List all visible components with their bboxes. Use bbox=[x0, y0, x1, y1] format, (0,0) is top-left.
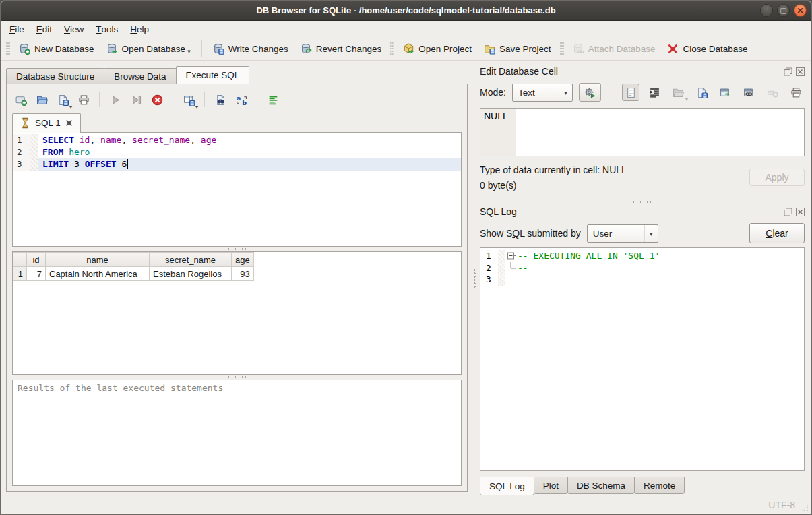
line-number: 2 bbox=[480, 262, 498, 274]
menu-tools[interactable]: Tools bbox=[90, 21, 124, 37]
close-dock-button[interactable] bbox=[795, 67, 805, 76]
column-header-age[interactable]: age bbox=[232, 253, 254, 267]
toolbar-handle[interactable] bbox=[6, 41, 10, 56]
code-text: SELECT id, name, secret_name, age bbox=[38, 134, 461, 146]
tab-database-structure[interactable]: Database Structure bbox=[6, 68, 104, 84]
cell-value-editor[interactable]: NULL bbox=[480, 108, 805, 156]
chevron-down-icon: ▾ bbox=[685, 96, 688, 102]
menu-edit[interactable]: Edit bbox=[30, 21, 58, 37]
log-line: 1-- EXECUTING ALL IN 'SQL 1' bbox=[480, 250, 804, 262]
stop-icon bbox=[152, 94, 163, 106]
splitter-main-vertical[interactable] bbox=[472, 61, 477, 495]
toolbar-handle[interactable] bbox=[560, 41, 564, 56]
apply-button[interactable]: Apply bbox=[749, 169, 805, 186]
tab-plot[interactable]: Plot bbox=[534, 477, 568, 494]
save-sql-file-button[interactable]: ▾ bbox=[54, 91, 71, 109]
replace-button[interactable]: ab bbox=[232, 91, 250, 109]
mode-value: Text bbox=[518, 88, 535, 98]
titlebar[interactable]: DB Browser for SQLite - /home/user/code/… bbox=[1, 1, 811, 21]
find-button[interactable] bbox=[212, 91, 229, 109]
open-sql-file-button[interactable] bbox=[33, 91, 51, 109]
minimize-button[interactable]: — bbox=[760, 4, 773, 17]
sql-log-filter-label: Show SQL submitted by bbox=[480, 228, 581, 239]
cell-info-block: Type of data currently in cell: NULL 0 b… bbox=[480, 162, 805, 198]
column-header-secret-name[interactable]: secret_name bbox=[150, 253, 232, 267]
tab-remote[interactable]: Remote bbox=[634, 477, 685, 494]
sql-log-filter-select[interactable]: User ▾ bbox=[587, 224, 658, 243]
splitter-results-message[interactable] bbox=[12, 375, 462, 380]
text-view-button[interactable] bbox=[622, 84, 639, 101]
tab-browse-data[interactable]: Browse Data bbox=[104, 68, 176, 84]
tab-sql-1[interactable]: SQL 1 bbox=[12, 113, 81, 133]
word-wrap-button[interactable] bbox=[646, 84, 663, 101]
write-changes-button[interactable]: Write Changes bbox=[207, 40, 294, 58]
mode-select[interactable]: Text ▾ bbox=[512, 84, 573, 102]
fold-open-icon[interactable] bbox=[507, 250, 518, 262]
open-external-button[interactable] bbox=[716, 84, 734, 101]
cell[interactable]: 93 bbox=[232, 267, 254, 281]
float-dock-button[interactable] bbox=[783, 67, 792, 76]
print-icon bbox=[790, 87, 802, 98]
sql-log-view[interactable]: 1-- EXECUTING ALL IN 'SQL 1'2--3 bbox=[480, 247, 805, 471]
resize-grip[interactable] bbox=[801, 504, 809, 512]
toolbar-separator bbox=[99, 92, 100, 107]
execute-sql-page: ▾▾ab SQL 1 1SELECT id, name, secret_name… bbox=[6, 84, 468, 492]
tab-db-schema[interactable]: DB Schema bbox=[567, 477, 635, 494]
encoding-label: UTF-8 bbox=[768, 499, 795, 510]
column-header-id[interactable]: id bbox=[27, 253, 46, 267]
export-cell-button[interactable] bbox=[693, 84, 710, 101]
menu-help[interactable]: Help bbox=[124, 21, 155, 37]
line-number: 3 bbox=[480, 274, 498, 286]
splitter-docks[interactable] bbox=[480, 198, 805, 205]
close-database-icon bbox=[667, 43, 679, 55]
open-project-button[interactable]: Open Project bbox=[397, 40, 478, 58]
new-database-button[interactable]: New Database bbox=[13, 40, 100, 58]
save-file-icon bbox=[696, 87, 708, 98]
svg-text:a: a bbox=[237, 94, 241, 102]
close-tab-icon[interactable] bbox=[65, 119, 73, 127]
chevron-down-icon[interactable]: ▾ bbox=[187, 48, 191, 55]
sql-toolbar: ▾▾ab bbox=[12, 90, 462, 110]
tab-execute-sql[interactable]: Execute SQL bbox=[176, 66, 250, 84]
print-cell-button[interactable] bbox=[787, 84, 805, 101]
save-project-button[interactable]: Save Project bbox=[478, 40, 557, 58]
print-button[interactable] bbox=[75, 91, 92, 109]
cell[interactable]: Esteban Rogelios bbox=[150, 267, 232, 281]
fold-margin bbox=[498, 250, 505, 262]
open-project-icon bbox=[403, 43, 414, 55]
stop-button[interactable] bbox=[148, 91, 166, 109]
copy-link-button[interactable] bbox=[740, 84, 757, 101]
menu-view[interactable]: View bbox=[58, 21, 90, 37]
line-number: 1 bbox=[13, 134, 30, 146]
splitter-editor-results[interactable] bbox=[12, 247, 462, 251]
close-dock-button[interactable] bbox=[795, 207, 805, 216]
sql-editor[interactable]: 1SELECT id, name, secret_name, age2FROM … bbox=[12, 132, 462, 247]
tab-sql-log[interactable]: SQL Log bbox=[480, 477, 534, 495]
auto-apply-button[interactable] bbox=[579, 83, 601, 102]
fold-end-icon bbox=[507, 262, 518, 274]
write-changes-label: Write Changes bbox=[228, 44, 288, 54]
float-dock-button[interactable] bbox=[783, 207, 792, 216]
toolbar-separator bbox=[173, 92, 173, 107]
save-results-button[interactable]: ▾ bbox=[180, 91, 197, 109]
cell[interactable]: Captain North America bbox=[46, 267, 150, 281]
open-database-button[interactable]: Open Database▾ bbox=[100, 40, 197, 58]
toolbar-handle[interactable] bbox=[390, 41, 394, 56]
column-header-name[interactable]: name bbox=[46, 253, 150, 267]
hourglass-icon bbox=[20, 117, 31, 129]
new-sql-tab-button[interactable] bbox=[12, 91, 30, 109]
menu-file[interactable]: File bbox=[3, 21, 30, 37]
code-text: LIMIT 3 OFFSET 6 bbox=[38, 158, 461, 171]
clear-button[interactable]: Clear bbox=[749, 223, 805, 243]
cell-value: NULL bbox=[484, 111, 508, 121]
revert-changes-button[interactable]: Revert Changes bbox=[294, 40, 388, 58]
close-database-button[interactable]: Close Database bbox=[661, 40, 753, 58]
cell[interactable]: 7 bbox=[27, 267, 46, 281]
maximize-button[interactable]: ▢ bbox=[777, 4, 790, 17]
save-project-icon bbox=[484, 43, 495, 55]
close-button[interactable]: ✕ bbox=[794, 4, 807, 17]
null-toggle-icon bbox=[767, 87, 778, 98]
results-grid: idnamesecret_nameage17Captain North Amer… bbox=[12, 251, 462, 375]
fold-margin bbox=[30, 134, 38, 146]
format-sql-button[interactable] bbox=[264, 91, 282, 109]
